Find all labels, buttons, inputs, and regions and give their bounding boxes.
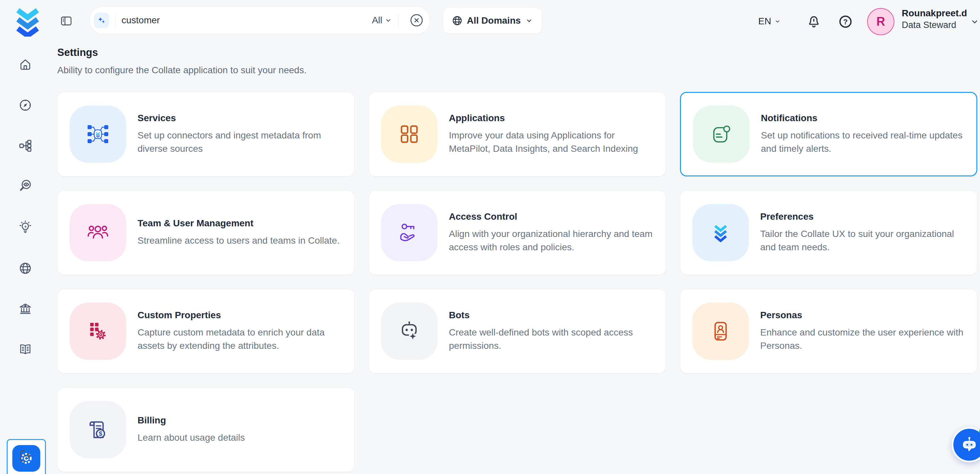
domains-dropdown[interactable]: All Domains (443, 8, 542, 33)
card-title: Team & User Management (137, 218, 340, 229)
divider (115, 13, 116, 28)
card-title: Bots (449, 310, 655, 321)
settings-card-team-user-management[interactable]: Team & User Management Streamline access… (57, 190, 355, 275)
card-description: Set up connectors and ingest metadata fr… (137, 129, 344, 156)
sidebar-item-observability[interactable] (18, 179, 32, 193)
svg-text:?: ? (843, 17, 848, 26)
card-title: Custom Properties (137, 310, 344, 321)
settings-cards-grid: Services Set up connectors and ingest me… (57, 92, 977, 472)
settings-card-preferences[interactable]: Preferences Tailor the Collate UX to sui… (680, 190, 977, 275)
help-button[interactable]: ? (838, 14, 853, 29)
sidebar-nav (0, 42, 51, 474)
applications-icon (381, 105, 438, 163)
card-title: Services (137, 113, 344, 124)
sidebar-toggle-icon[interactable] (60, 14, 73, 27)
collate-chevrons-icon (692, 204, 749, 261)
domains-label: All Domains (467, 15, 521, 26)
notifications-bell-button[interactable] (807, 15, 821, 28)
settings-card-bots[interactable]: Bots Create well-defined bots with scope… (369, 289, 666, 374)
search-scope-dropdown[interactable]: All (372, 15, 392, 25)
user-menu-chevron-icon[interactable] (970, 17, 980, 27)
card-title: Applications (449, 113, 655, 124)
custom-properties-icon (70, 302, 126, 360)
card-title: Notifications (761, 113, 966, 124)
card-description: Set up notifications to received real-ti… (761, 129, 966, 156)
sitemap-icon (18, 139, 32, 153)
settings-card-personas[interactable]: Personas Enhance and customize the user … (680, 289, 977, 374)
sidebar-item-insights[interactable] (18, 220, 32, 234)
card-description: Create well-defined bots with scoped acc… (449, 326, 655, 353)
card-description: Tailor the Collate UX to suit your organ… (760, 227, 967, 254)
home-icon (18, 57, 32, 72)
sidebar-item-domains[interactable] (18, 261, 32, 275)
user-role: Data Steward (902, 19, 967, 31)
page-subtitle: Ability to configure the Collate applica… (57, 65, 307, 76)
lightbulb-bolt-icon (18, 220, 32, 234)
settings-card-custom-properties[interactable]: Custom Properties Capture custom metadat… (57, 289, 355, 374)
search-eye-icon (18, 179, 32, 193)
sidebar-item-explore[interactable] (18, 98, 32, 112)
card-description: Enhance and customize the user experienc… (760, 326, 967, 353)
user-name: Rounakpreet.d (902, 7, 967, 19)
language-label: EN (758, 16, 771, 27)
open-book-icon (18, 342, 32, 356)
card-title: Personas (760, 310, 967, 321)
chevron-down-icon (525, 17, 533, 25)
chevron-down-icon (384, 16, 392, 24)
settings-card-access-control[interactable]: Access Control Align with your organizat… (369, 190, 666, 275)
card-description: Align with your organizational hierarchy… (449, 227, 655, 254)
key-hand-icon (381, 204, 438, 261)
persona-card-icon (692, 302, 749, 360)
settings-card-notifications[interactable]: Notifications Set up notifications to re… (680, 92, 977, 177)
sidebar-item-logout[interactable] (18, 449, 32, 463)
global-search-bar[interactable]: customer All (89, 6, 430, 34)
card-description: Streamline access to users and teams in … (137, 234, 340, 247)
divider (398, 13, 399, 28)
notifications-icon (693, 105, 749, 163)
clear-search-button[interactable] (410, 14, 423, 27)
card-title: Preferences (760, 212, 967, 222)
language-dropdown[interactable]: EN (758, 0, 781, 42)
avatar-initial: R (877, 14, 885, 29)
settings-card-applications[interactable]: Applications Improve your data using App… (369, 92, 666, 177)
user-avatar[interactable]: R (867, 8, 894, 35)
globe-icon (452, 15, 463, 26)
sidebar-item-glossary[interactable] (18, 342, 32, 356)
sidebar-item-data-assets[interactable] (18, 139, 32, 153)
bot-icon (381, 302, 438, 360)
settings-card-services[interactable]: Services Set up connectors and ingest me… (57, 92, 355, 177)
card-description: Learn about usage details (137, 431, 245, 444)
card-description: Improve your data using Applications for… (449, 129, 655, 156)
sidebar-item-home[interactable] (18, 57, 32, 72)
help-icon: ? (838, 14, 853, 29)
services-icon (70, 105, 126, 163)
compass-icon (18, 98, 32, 112)
svg-text:$: $ (99, 430, 102, 437)
sidebar-item-governance[interactable] (18, 302, 32, 316)
chat-bot-icon (960, 436, 978, 454)
card-description: Capture custom metadata to enrich your d… (137, 326, 344, 353)
topbar: customer All All Domains EN (0, 0, 980, 42)
logout-icon (18, 449, 32, 463)
globe-icon (18, 261, 32, 275)
user-meta[interactable]: Rounakpreet.d Data Steward (902, 7, 967, 30)
card-title: Billing (137, 415, 245, 426)
search-scope-label: All (372, 15, 382, 25)
ai-sparkles-icon[interactable] (94, 13, 109, 28)
bank-icon (18, 302, 32, 316)
collate-logo[interactable] (13, 5, 42, 37)
billing-receipt-icon: $ (70, 401, 126, 458)
card-title: Access Control (449, 212, 655, 222)
chevron-down-icon (774, 17, 781, 25)
search-input[interactable]: customer (121, 15, 372, 25)
team-users-icon (70, 204, 126, 261)
settings-card-billing[interactable]: $ Billing Learn about usage details (57, 387, 355, 472)
page-title: Settings (57, 46, 98, 59)
bell-icon (807, 15, 821, 28)
